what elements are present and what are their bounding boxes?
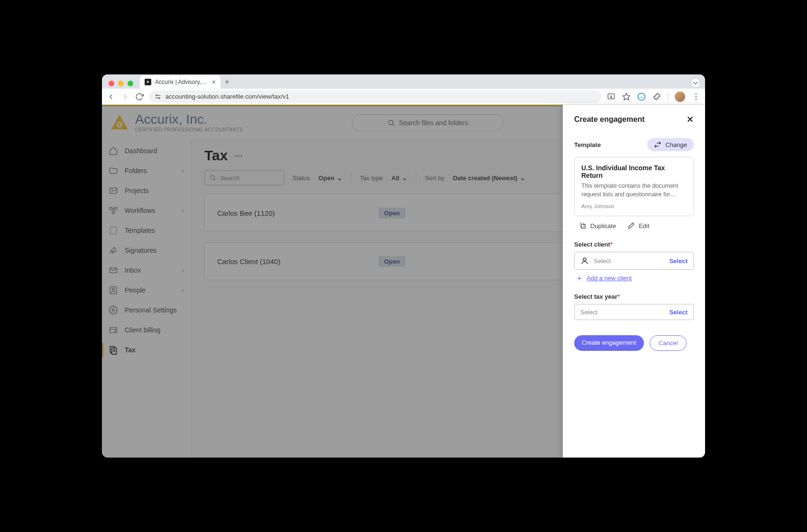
browser-toolbar: accounting-solution.sharefile.com/view/t… bbox=[102, 89, 705, 105]
select-client-action[interactable]: Select bbox=[669, 257, 688, 265]
browser-tab[interactable]: ✦ Accurix | Advisory, Tax, and A × bbox=[140, 75, 220, 89]
duplicate-button[interactable]: Duplicate bbox=[579, 222, 616, 229]
forward-button[interactable] bbox=[121, 92, 129, 101]
client-field-label: Select client* bbox=[574, 241, 694, 248]
svg-point-52 bbox=[583, 258, 586, 261]
url-text: accounting-solution.sharefile.com/view/t… bbox=[165, 93, 289, 100]
tab-title: Accurix | Advisory, Tax, and A bbox=[155, 79, 208, 85]
pencil-icon bbox=[627, 222, 635, 229]
swap-icon bbox=[654, 141, 661, 148]
change-template-button[interactable]: Change bbox=[647, 138, 694, 151]
window-controls bbox=[109, 81, 133, 86]
edit-button[interactable]: Edit bbox=[627, 222, 649, 229]
plus-icon bbox=[576, 275, 583, 282]
client-select[interactable]: Select Select bbox=[574, 252, 694, 270]
site-info-icon[interactable] bbox=[154, 93, 162, 101]
svg-point-10 bbox=[696, 93, 697, 95]
panel-header: Create engagement ✕ bbox=[574, 114, 694, 125]
browser-tabbar: ✦ Accurix | Advisory, Tax, and A × + bbox=[102, 74, 705, 89]
year-placeholder: Select bbox=[580, 309, 597, 316]
bookmark-icon[interactable] bbox=[622, 92, 631, 101]
kebab-menu-icon[interactable] bbox=[692, 92, 700, 101]
address-bar[interactable]: accounting-solution.sharefile.com/view/t… bbox=[149, 91, 601, 103]
svg-point-2 bbox=[156, 95, 157, 96]
reload-button[interactable] bbox=[135, 92, 144, 101]
person-icon bbox=[580, 257, 589, 265]
maximize-window[interactable] bbox=[128, 81, 133, 86]
extensions-icon[interactable] bbox=[652, 92, 661, 101]
duplicate-icon bbox=[579, 222, 587, 229]
info-icon[interactable] bbox=[637, 92, 646, 101]
svg-marker-6 bbox=[623, 93, 630, 100]
minimize-window[interactable] bbox=[118, 81, 124, 86]
template-description: This template contains the document requ… bbox=[581, 182, 687, 199]
close-window[interactable] bbox=[109, 81, 114, 86]
cancel-button[interactable]: Cancel bbox=[650, 335, 687, 351]
svg-point-12 bbox=[696, 98, 697, 100]
svg-rect-51 bbox=[580, 223, 584, 227]
template-author: Amy Johnson bbox=[581, 203, 687, 209]
svg-rect-50 bbox=[581, 224, 585, 228]
back-button[interactable] bbox=[107, 92, 115, 101]
year-field-label: Select tax year* bbox=[574, 293, 694, 300]
favicon: ✦ bbox=[145, 79, 151, 85]
create-engagement-panel: Create engagement ✕ Template Change U.S.… bbox=[563, 105, 705, 458]
add-client-link[interactable]: Add a new client bbox=[574, 275, 694, 282]
svg-point-11 bbox=[696, 96, 697, 97]
panel-title-text: Create engagement bbox=[574, 115, 645, 124]
template-card: U.S. Individual Income Tax Return This t… bbox=[574, 157, 694, 216]
template-section-label: Template bbox=[574, 141, 601, 148]
select-year-action[interactable]: Select bbox=[669, 309, 688, 316]
divider bbox=[668, 92, 668, 101]
close-panel-icon[interactable]: ✕ bbox=[687, 114, 694, 125]
tab-overflow-button[interactable] bbox=[691, 78, 700, 88]
template-name: U.S. Individual Income Tax Return bbox=[581, 164, 687, 179]
profile-avatar[interactable] bbox=[675, 92, 685, 102]
install-app-icon[interactable] bbox=[607, 92, 615, 101]
client-placeholder: Select bbox=[594, 257, 611, 265]
new-tab-button[interactable]: + bbox=[220, 75, 234, 89]
close-tab-icon[interactable]: × bbox=[212, 78, 216, 86]
svg-point-3 bbox=[158, 97, 160, 99]
year-select[interactable]: Select Select bbox=[574, 304, 694, 320]
create-engagement-button[interactable]: Create engagement bbox=[574, 335, 644, 351]
